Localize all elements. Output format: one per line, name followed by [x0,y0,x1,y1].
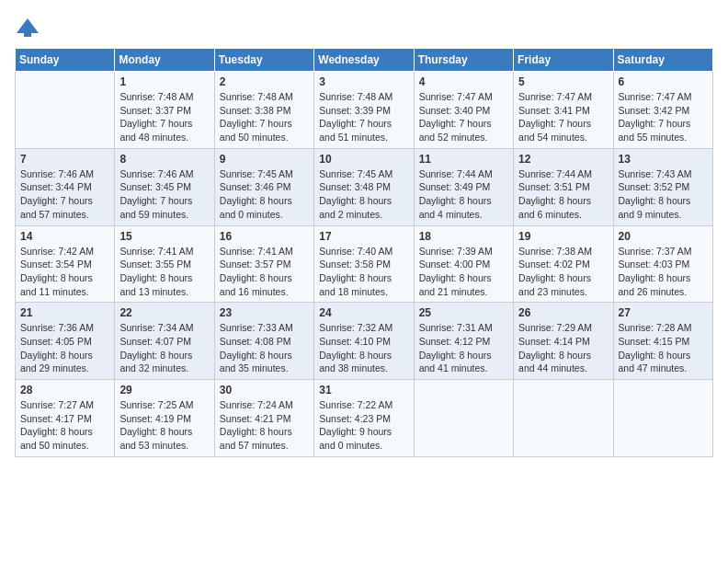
logo-icon [15,15,40,40]
calendar-cell: 24Sunrise: 7:32 AM Sunset: 4:10 PM Dayli… [314,303,414,380]
page-header [15,15,713,40]
day-info: Sunrise: 7:40 AM Sunset: 3:58 PM Dayligh… [319,245,408,299]
day-info: Sunrise: 7:34 AM Sunset: 4:07 PM Dayligh… [119,321,209,375]
day-number: 28 [20,384,109,396]
day-number: 17 [319,230,408,243]
calendar-cell: 30Sunrise: 7:24 AM Sunset: 4:21 PM Dayli… [214,380,313,457]
day-info: Sunrise: 7:37 AM Sunset: 4:03 PM Dayligh… [619,245,708,299]
calendar-week-4: 21Sunrise: 7:36 AM Sunset: 4:05 PM Dayli… [16,303,713,380]
day-info: Sunrise: 7:31 AM Sunset: 4:12 PM Dayligh… [419,321,508,375]
day-number: 25 [419,306,508,319]
calendar-cell: 8Sunrise: 7:46 AM Sunset: 3:45 PM Daylig… [115,148,214,225]
calendar-cell: 19Sunrise: 7:38 AM Sunset: 4:02 PM Dayli… [514,225,613,303]
day-info: Sunrise: 7:48 AM Sunset: 3:39 PM Dayligh… [319,90,408,144]
calendar-cell: 29Sunrise: 7:25 AM Sunset: 4:19 PM Dayli… [115,380,214,457]
day-info: Sunrise: 7:46 AM Sunset: 3:44 PM Dayligh… [20,167,109,222]
day-number: 20 [619,230,708,243]
day-number: 24 [319,306,408,319]
calendar-cell: 12Sunrise: 7:44 AM Sunset: 3:51 PM Dayli… [514,148,613,225]
calendar-cell: 26Sunrise: 7:29 AM Sunset: 4:14 PM Dayli… [514,303,613,380]
column-header-saturday: Saturday [613,49,712,72]
calendar-body: 1Sunrise: 7:48 AM Sunset: 3:37 PM Daylig… [16,72,713,457]
calendar-cell: 25Sunrise: 7:31 AM Sunset: 4:12 PM Dayli… [414,303,513,380]
day-info: Sunrise: 7:29 AM Sunset: 4:14 PM Dayligh… [518,321,608,375]
calendar-cell: 17Sunrise: 7:40 AM Sunset: 3:58 PM Dayli… [314,225,414,303]
column-header-friday: Friday [514,49,613,72]
day-number: 23 [220,306,309,319]
day-info: Sunrise: 7:48 AM Sunset: 3:38 PM Dayligh… [220,90,309,144]
day-info: Sunrise: 7:36 AM Sunset: 4:05 PM Dayligh… [20,321,109,375]
day-info: Sunrise: 7:47 AM Sunset: 3:41 PM Dayligh… [518,90,608,144]
day-number: 29 [119,384,209,396]
day-number: 8 [119,153,209,166]
calendar-cell: 28Sunrise: 7:27 AM Sunset: 4:17 PM Dayli… [16,380,115,457]
calendar-cell: 6Sunrise: 7:47 AM Sunset: 3:42 PM Daylig… [613,72,712,149]
calendar-cell: 23Sunrise: 7:33 AM Sunset: 4:08 PM Dayli… [214,303,313,380]
day-info: Sunrise: 7:41 AM Sunset: 3:55 PM Dayligh… [119,245,209,299]
day-number: 19 [518,230,608,243]
calendar-cell: 1Sunrise: 7:48 AM Sunset: 3:37 PM Daylig… [115,72,214,149]
column-header-wednesday: Wednesday [314,49,414,72]
day-info: Sunrise: 7:47 AM Sunset: 3:42 PM Dayligh… [619,90,708,144]
calendar-week-3: 14Sunrise: 7:42 AM Sunset: 3:54 PM Dayli… [16,225,713,303]
day-number: 21 [20,306,109,319]
day-info: Sunrise: 7:33 AM Sunset: 4:08 PM Dayligh… [220,321,309,375]
day-number: 9 [220,153,309,166]
day-info: Sunrise: 7:32 AM Sunset: 4:10 PM Dayligh… [319,321,408,375]
calendar-cell: 27Sunrise: 7:28 AM Sunset: 4:15 PM Dayli… [613,303,712,380]
calendar-week-5: 28Sunrise: 7:27 AM Sunset: 4:17 PM Dayli… [16,380,713,457]
calendar-cell: 3Sunrise: 7:48 AM Sunset: 3:39 PM Daylig… [314,72,414,149]
day-info: Sunrise: 7:28 AM Sunset: 4:15 PM Dayligh… [619,321,708,375]
day-number: 12 [518,153,608,166]
column-header-tuesday: Tuesday [214,49,313,72]
day-info: Sunrise: 7:44 AM Sunset: 3:49 PM Dayligh… [419,167,508,222]
calendar-cell: 18Sunrise: 7:39 AM Sunset: 4:00 PM Dayli… [414,225,513,303]
day-info: Sunrise: 7:27 AM Sunset: 4:17 PM Dayligh… [20,398,109,453]
calendar-cell: 14Sunrise: 7:42 AM Sunset: 3:54 PM Dayli… [16,225,115,303]
day-info: Sunrise: 7:39 AM Sunset: 4:00 PM Dayligh… [419,245,508,299]
day-info: Sunrise: 7:25 AM Sunset: 4:19 PM Dayligh… [119,398,209,453]
day-number: 30 [220,384,309,396]
column-header-thursday: Thursday [414,49,513,72]
calendar-cell: 20Sunrise: 7:37 AM Sunset: 4:03 PM Dayli… [613,225,712,303]
day-number: 15 [119,230,209,243]
day-number: 7 [20,153,109,166]
day-number: 31 [319,384,408,396]
day-info: Sunrise: 7:45 AM Sunset: 3:48 PM Dayligh… [319,167,408,222]
day-number: 18 [419,230,508,243]
day-info: Sunrise: 7:41 AM Sunset: 3:57 PM Dayligh… [220,245,309,299]
day-number: 11 [419,153,508,166]
day-number: 13 [619,153,708,166]
calendar-cell: 21Sunrise: 7:36 AM Sunset: 4:05 PM Dayli… [16,303,115,380]
calendar-cell: 22Sunrise: 7:34 AM Sunset: 4:07 PM Dayli… [115,303,214,380]
calendar-cell [414,380,513,457]
day-info: Sunrise: 7:48 AM Sunset: 3:37 PM Dayligh… [119,90,209,144]
calendar-week-2: 7Sunrise: 7:46 AM Sunset: 3:44 PM Daylig… [16,148,713,225]
calendar-cell: 4Sunrise: 7:47 AM Sunset: 3:40 PM Daylig… [414,72,513,149]
column-header-monday: Monday [115,49,214,72]
day-number: 16 [220,230,309,243]
calendar-cell: 31Sunrise: 7:22 AM Sunset: 4:23 PM Dayli… [314,380,414,457]
logo [15,15,44,40]
day-number: 10 [319,153,408,166]
day-info: Sunrise: 7:45 AM Sunset: 3:46 PM Dayligh… [220,167,309,222]
day-number: 2 [220,75,309,88]
day-number: 14 [20,230,109,243]
calendar-cell: 9Sunrise: 7:45 AM Sunset: 3:46 PM Daylig… [214,148,313,225]
svg-rect-1 [24,31,31,37]
day-number: 4 [419,75,508,88]
day-info: Sunrise: 7:38 AM Sunset: 4:02 PM Dayligh… [518,245,608,299]
day-number: 1 [119,75,209,88]
day-info: Sunrise: 7:44 AM Sunset: 3:51 PM Dayligh… [518,167,608,222]
calendar-cell: 5Sunrise: 7:47 AM Sunset: 3:41 PM Daylig… [514,72,613,149]
day-info: Sunrise: 7:47 AM Sunset: 3:40 PM Dayligh… [419,90,508,144]
day-number: 5 [518,75,608,88]
calendar-cell: 11Sunrise: 7:44 AM Sunset: 3:49 PM Dayli… [414,148,513,225]
day-number: 6 [619,75,708,88]
calendar-cell: 16Sunrise: 7:41 AM Sunset: 3:57 PM Dayli… [214,225,313,303]
calendar-cell: 13Sunrise: 7:43 AM Sunset: 3:52 PM Dayli… [613,148,712,225]
calendar-table: SundayMondayTuesdayWednesdayThursdayFrid… [15,48,713,457]
day-info: Sunrise: 7:24 AM Sunset: 4:21 PM Dayligh… [220,398,309,453]
day-number: 22 [119,306,209,319]
calendar-cell: 10Sunrise: 7:45 AM Sunset: 3:48 PM Dayli… [314,148,414,225]
